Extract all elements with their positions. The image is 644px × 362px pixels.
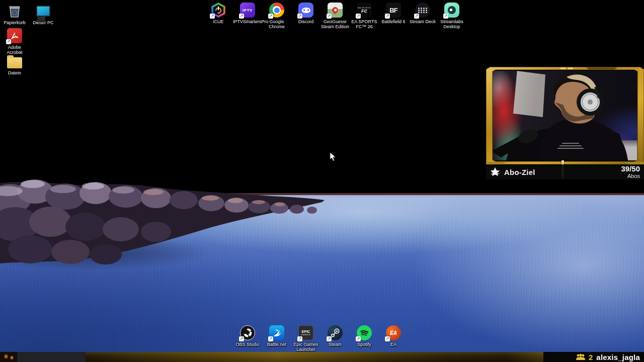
icon-label: Streamlabs Desktop <box>437 19 466 29</box>
shortcut-arrow-icon: ↗ <box>414 14 419 19</box>
desktop: Papierkorb Dieser PC ↗ Adobe Acrobat Dat… <box>0 0 644 362</box>
desktop-icon-chrome[interactable]: ↗ Google Chrome <box>262 3 291 29</box>
ea-sports-fc-icon: EA SPORTSFC ↗ <box>357 3 372 18</box>
adobe-acrobat-icon: ↗ <box>7 28 22 43</box>
desktop-icon-obs[interactable]: ↗ OBS Studio <box>233 325 262 352</box>
desktop-icon-stream-deck[interactable]: ↗ Stream Deck <box>408 3 437 29</box>
shortcut-arrow-icon: ↗ <box>297 14 302 19</box>
shortcut-arrow-icon: ↗ <box>268 336 273 341</box>
this-pc-icon <box>36 4 51 19</box>
desktop-icon-ea-app[interactable]: EA ↗ EA <box>379 325 408 352</box>
shortcut-arrow-icon: ↗ <box>239 336 244 341</box>
desktop-icon-icue[interactable]: ↗ iCUE <box>204 3 233 29</box>
streamlabs-icon: ↗ <box>444 3 459 18</box>
shortcut-arrow-icon: ↗ <box>297 336 302 341</box>
icon-label: EA <box>390 342 396 347</box>
folder-icon <box>7 54 22 69</box>
status-bar-gold-banner <box>86 352 543 362</box>
shortcut-arrow-icon: ↗ <box>385 14 390 19</box>
viewer-username: alexis_jagla <box>596 353 640 361</box>
shortcut-arrow-icon: ↗ <box>239 14 244 19</box>
desktop-icon-discord[interactable]: ↗ Discord <box>291 3 320 29</box>
top-icon-row: ↗ iCUE IPTV ↗ IPTVSmartersPro ↗ Google C… <box>204 3 466 29</box>
desktop-icon-adobe-acrobat[interactable]: ↗ Adobe Acrobat <box>0 28 29 55</box>
icon-label: Stream Deck <box>410 19 436 24</box>
shortcut-arrow-icon: ↗ <box>385 336 390 341</box>
mouse-cursor <box>330 152 337 162</box>
shortcut-arrow-icon: ↗ <box>6 39 11 44</box>
goal-value: 39/50 <box>621 165 640 172</box>
desktop-icon-label: Adobe Acrobat <box>0 45 29 55</box>
desktop-icon-label: Dieser PC <box>33 20 53 25</box>
stream-deck-icon: ↗ <box>415 3 430 18</box>
shortcut-arrow-icon: ↗ <box>210 14 215 19</box>
stream-status-bar: 2 alexis_jagla <box>0 352 644 362</box>
shortcut-arrow-icon: ↗ <box>356 336 361 341</box>
icon-label: EA SPORTS FC™ 26 <box>350 19 379 29</box>
webcam-gold-frame <box>486 67 644 164</box>
goal-label: Abo-Ziel <box>504 168 535 176</box>
epic-games-icon: EPICGAMES ↗ <box>298 325 313 340</box>
icon-label: Epic Games Launcher <box>291 342 320 352</box>
scene-thumbnail[interactable] <box>0 352 17 362</box>
icon-label: GeoGuessr Steam Edition <box>320 19 350 29</box>
desktop-icon-epic-games[interactable]: EPICGAMES ↗ Epic Games Launcher <box>291 325 320 352</box>
icon-label: Spotify <box>357 342 371 347</box>
desktop-icon-iptv-smarters[interactable]: IPTV ↗ IPTVSmartersPro <box>233 3 262 29</box>
goal-unit: Abos <box>621 173 640 179</box>
desktop-icon-label: Datein <box>8 70 21 75</box>
desktop-icon-streamlabs[interactable]: ↗ Streamlabs Desktop <box>437 3 466 29</box>
status-bar-segment <box>17 352 86 362</box>
spotify-icon: ↗ <box>357 325 372 340</box>
desktop-icon-battlefield[interactable]: BF ↗ Battlefield 6 <box>379 3 408 29</box>
desktop-icon-battle-net[interactable]: ↗ Battle.net <box>262 325 291 352</box>
sub-goal-bar: Abo-Ziel 39/50 Abos <box>486 164 644 179</box>
icon-label: IPTVSmartersPro <box>233 19 262 24</box>
desktop-icon-dieser-pc[interactable]: Dieser PC <box>29 4 58 25</box>
iptv-smarters-icon: IPTV ↗ <box>240 3 255 18</box>
icon-label: Battlefield 6 <box>381 19 405 24</box>
icon-label: iCUE <box>213 19 223 24</box>
desktop-icon-papierkorb[interactable]: Papierkorb <box>0 4 29 25</box>
wallpaper-rocks <box>0 179 327 264</box>
discord-icon: ↗ <box>298 3 313 18</box>
star-icon <box>490 166 501 177</box>
viewer-info: 2 alexis_jagla <box>543 352 644 362</box>
obs-studio-icon: ↗ <box>240 325 255 340</box>
shortcut-arrow-icon: ↗ <box>268 14 273 19</box>
shortcut-arrow-icon: ↗ <box>356 14 361 19</box>
battlefield-icon: BF ↗ <box>386 3 401 18</box>
icon-label: Discord <box>298 19 314 24</box>
icon-label: Steam <box>329 342 342 347</box>
recycle-bin-icon <box>7 4 22 19</box>
icon-label: OBS Studio <box>235 342 259 347</box>
desktop-icon-steam[interactable]: ↗ Steam <box>320 325 350 352</box>
viewers-icon <box>576 353 585 360</box>
shortcut-arrow-icon: ↗ <box>327 336 332 341</box>
battle-net-icon: ↗ <box>269 325 284 340</box>
steam-icon: ↗ <box>328 325 343 340</box>
desktop-icon-spotify[interactable]: ↗ Spotify <box>350 325 379 352</box>
icon-label: Battle.net <box>267 342 286 347</box>
desktop-icon-datein[interactable]: Datein <box>0 54 29 75</box>
geoguessr-icon: ↗ <box>328 3 343 18</box>
viewer-count: 2 <box>589 353 593 361</box>
icue-icon: ↗ <box>211 3 226 18</box>
desktop-icon-ea-sports-fc[interactable]: EA SPORTSFC ↗ EA SPORTS FC™ 26 <box>350 3 379 29</box>
webcam-overlay: Abo-Ziel 39/50 Abos <box>486 67 644 179</box>
desktop-icon-geoguessr[interactable]: ↗ GeoGuessr Steam Edition <box>320 3 350 29</box>
icon-label: Google Chrome <box>262 19 291 29</box>
bottom-icon-row: ↗ OBS Studio ↗ Battle.net EPICGAMES ↗ Ep… <box>233 325 408 352</box>
chrome-icon: ↗ <box>269 3 284 18</box>
desktop-icon-label: Papierkorb <box>4 20 26 25</box>
shortcut-arrow-icon: ↗ <box>327 14 332 19</box>
ea-icon: EA ↗ <box>386 325 401 340</box>
shortcut-arrow-icon: ↗ <box>443 14 448 19</box>
